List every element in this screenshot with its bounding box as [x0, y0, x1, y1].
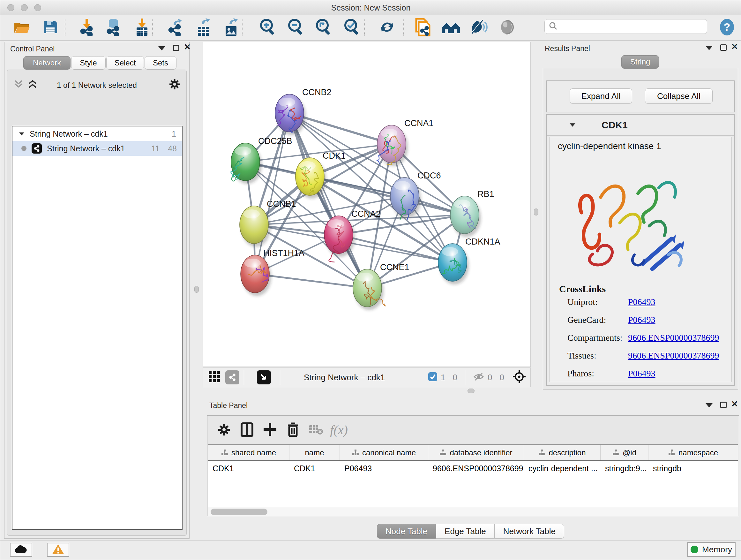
network-options-gear-icon[interactable]	[169, 78, 181, 91]
show-glass-button[interactable]	[496, 18, 517, 37]
gene-details: cyclin-dependent kinase 1	[549, 137, 732, 382]
undock-panel-icon[interactable]	[720, 401, 727, 408]
toolbar-separator	[242, 19, 243, 36]
import-table-icon	[134, 18, 150, 38]
zoom-out-button[interactable]	[286, 18, 306, 37]
export-image-icon	[223, 18, 240, 38]
table-horizontal-scrollbar[interactable]	[208, 507, 738, 516]
tab-node-table[interactable]: Node Table	[377, 524, 436, 539]
crosslink-link[interactable]: 9606.ENSP00000378699	[628, 333, 719, 343]
column-header[interactable]: database identifier	[428, 445, 524, 460]
apply-layout-button[interactable]	[377, 18, 397, 37]
zoom-selected-button[interactable]	[342, 18, 362, 37]
cloud-status-button[interactable]	[10, 543, 32, 557]
add-column-icon[interactable]	[259, 420, 281, 440]
tab-sets[interactable]: Sets	[145, 56, 177, 70]
zoom-in-button[interactable]	[258, 18, 278, 37]
left-splitter-handle[interactable]	[194, 286, 199, 293]
float-panel-icon[interactable]	[705, 403, 713, 408]
grid-mode-icon[interactable]	[208, 370, 221, 384]
crosslink-link[interactable]: P06493	[628, 315, 656, 325]
import-string-file-button[interactable]	[412, 18, 433, 37]
table-options-gear-icon[interactable]	[212, 420, 235, 440]
open-session-button[interactable]	[12, 18, 32, 37]
column-header[interactable]: canonical name	[340, 445, 428, 460]
share-network-icon[interactable]	[225, 370, 239, 384]
save-session-button[interactable]	[40, 18, 61, 37]
birds-eye-view-icon[interactable]	[257, 370, 271, 384]
column-header[interactable]: description	[524, 445, 601, 460]
export-image-button[interactable]	[221, 18, 242, 37]
table-toolbar: f(x)	[207, 416, 739, 444]
tab-network-table[interactable]: Network Table	[495, 524, 564, 539]
cell-canonical-name[interactable]: P06493	[340, 461, 428, 476]
gene-section-header[interactable]: CDK1	[547, 115, 734, 136]
collection-caret-icon[interactable]	[19, 132, 24, 135]
cell-database-identifier[interactable]: 9606.ENSP00000378699	[428, 461, 524, 476]
float-panel-icon[interactable]	[705, 46, 713, 50]
svg-text:CCNA1: CCNA1	[404, 118, 434, 128]
network-row[interactable]: String Network – cdk1 11 48	[12, 141, 182, 156]
bottom-splitter-handle[interactable]	[468, 388, 475, 393]
memory-label: Memory	[702, 545, 732, 555]
selected-checkbox-icon[interactable]	[428, 372, 437, 383]
import-network-from-database-button[interactable]	[103, 18, 123, 37]
crosslink-label: Compartments:	[567, 333, 623, 343]
show-column-icon[interactable]	[235, 420, 259, 440]
network-collection-row[interactable]: String Network – cdk1 1	[12, 126, 182, 141]
expand-all-button[interactable]: Expand All	[569, 88, 632, 104]
table-panel: f(x) shared name name canonical name dat…	[207, 415, 739, 516]
svg-text:CCNA2: CCNA2	[351, 209, 381, 219]
network-graph[interactable]: CCNB2CCNA1CDC25BCDK1CDC6RB1CCNB1CCNA2CDK…	[203, 42, 530, 367]
table-row[interactable]: CDK1 CDK1 P06493 9606.ENSP00000378699 cy…	[208, 461, 738, 476]
column-header[interactable]: name	[289, 445, 340, 460]
window-title: Session: New Session	[0, 3, 741, 12]
memory-button[interactable]: Memory	[687, 542, 736, 557]
search-input[interactable]	[557, 22, 698, 31]
toolbar-separator	[244, 370, 244, 385]
close-panel-icon[interactable]: ✕	[731, 44, 738, 50]
open-folder-icon	[13, 20, 30, 36]
crosslink-link[interactable]: P06493	[628, 368, 656, 379]
undock-panel-icon[interactable]	[173, 45, 179, 51]
export-table-button[interactable]	[193, 18, 214, 37]
float-panel-icon[interactable]	[158, 46, 165, 51]
close-panel-icon[interactable]: ✕	[731, 401, 738, 407]
cell-description[interactable]: cyclin-dependent ...	[524, 461, 601, 476]
right-splitter-handle[interactable]	[534, 208, 538, 215]
hide-glass-button[interactable]	[468, 18, 489, 37]
tab-select[interactable]: Select	[106, 56, 144, 70]
column-header[interactable]: namespace	[649, 445, 738, 460]
close-panel-icon[interactable]: ✕	[184, 44, 191, 50]
zoom-fit-button[interactable]	[313, 18, 334, 37]
column-header[interactable]: shared name	[208, 445, 289, 460]
cell-id[interactable]: stringdb:9...	[601, 461, 649, 476]
gene-caret-icon[interactable]	[569, 123, 576, 126]
crosslink-label: GeneCard:	[567, 315, 606, 325]
column-header[interactable]: @id	[601, 445, 649, 460]
undock-panel-icon[interactable]	[720, 44, 727, 51]
export-network-icon	[166, 18, 184, 37]
crosslink-link[interactable]: 9606.ENSP00000378699	[628, 351, 719, 361]
cell-shared-name[interactable]: CDK1	[208, 461, 289, 476]
crosshair-icon[interactable]	[513, 370, 526, 385]
string-home-button[interactable]	[441, 18, 461, 37]
tab-edge-table[interactable]: Edge Table	[436, 524, 495, 539]
tab-style[interactable]: Style	[71, 56, 106, 70]
svg-text:?: ?	[724, 21, 731, 33]
help-button[interactable]: ?	[717, 18, 737, 37]
network-canvas[interactable]: CCNB2CCNA1CDC25BCDK1CDC6RB1CCNB1CCNA2CDK…	[203, 42, 531, 367]
export-network-button[interactable]	[165, 18, 185, 37]
import-table-button[interactable]	[132, 18, 152, 37]
delete-column-trash-icon[interactable]	[281, 420, 305, 440]
scrollbar-thumb[interactable]	[211, 509, 267, 515]
crosslink-link[interactable]: P06493	[628, 297, 656, 307]
cell-name[interactable]: CDK1	[289, 461, 340, 476]
search-icon	[549, 21, 557, 32]
warnings-button[interactable]	[47, 543, 69, 557]
import-network-file-button[interactable]	[76, 18, 97, 37]
collapse-all-button[interactable]: Collapse All	[645, 88, 713, 104]
tab-string-results[interactable]: String	[621, 55, 659, 69]
cell-namespace[interactable]: stringdb	[649, 461, 738, 476]
tab-network[interactable]: Network	[23, 56, 71, 70]
